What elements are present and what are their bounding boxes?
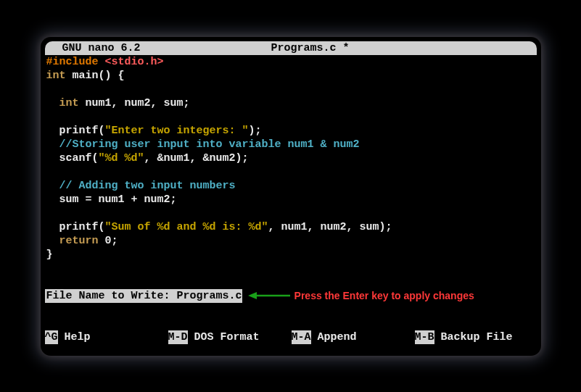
modified-indicator: * bbox=[343, 42, 350, 54]
shortcut-bar: ^G HelpM-D DOS FormatM-A AppendM-B Backu… bbox=[45, 303, 537, 351]
string-literal: "%d %d" bbox=[99, 152, 144, 164]
string-literal: "Sum of %d and %d is: %d" bbox=[105, 221, 268, 233]
shortcut-key-dos[interactable]: M-D bbox=[168, 330, 188, 344]
save-prompt-row: File Name to Write: Programs.c Press the… bbox=[45, 289, 537, 303]
shortcut-label: DOS Format bbox=[188, 331, 260, 343]
keyword-return: return bbox=[59, 235, 99, 247]
comment: // Adding two input numbers bbox=[59, 180, 236, 192]
shortcut-key-backup[interactable]: M-B bbox=[415, 330, 434, 344]
terminal-window: GNU nano 6.2 Programs.c * #include <stdi… bbox=[41, 37, 541, 356]
shortcut-label: Append bbox=[311, 331, 357, 343]
shortcut-key-append[interactable]: M-A bbox=[292, 330, 311, 344]
keyword-include: #include bbox=[46, 56, 99, 68]
nano-titlebar: GNU nano 6.2 Programs.c * bbox=[45, 41, 537, 55]
arrow-left-icon bbox=[248, 290, 290, 301]
shortcut-key-help[interactable]: ^G bbox=[45, 330, 58, 344]
shortcut-label: Backup File bbox=[434, 331, 513, 343]
comment: //Storing user input into variable num1 … bbox=[59, 138, 360, 151]
shortcut-row-1: ^G HelpM-D DOS FormatM-A AppendM-B Backu… bbox=[45, 330, 537, 344]
filename: Programs.c bbox=[271, 42, 337, 54]
editor-area[interactable]: #include <stdio.h> int main() { int num1… bbox=[45, 55, 537, 289]
svg-marker-1 bbox=[248, 292, 257, 299]
prompt-label: File Name to Write: bbox=[46, 290, 170, 302]
header-stdio: <stdio.h> bbox=[99, 56, 164, 68]
terminal-content: GNU nano 6.2 Programs.c * #include <stdi… bbox=[45, 41, 537, 351]
app-name: GNU nano 6.2 bbox=[49, 42, 141, 54]
shortcut-label: Help bbox=[58, 331, 91, 343]
string-literal: "Enter two integers: " bbox=[105, 125, 249, 137]
annotation-text: Press the Enter key to apply changes bbox=[294, 289, 474, 303]
prompt-value[interactable]: Programs.c bbox=[177, 290, 242, 302]
annotation-area: Press the Enter key to apply changes bbox=[242, 289, 537, 303]
filename-prompt[interactable]: File Name to Write: Programs.c bbox=[45, 289, 242, 303]
keyword-int: int bbox=[59, 97, 79, 109]
keyword-int: int bbox=[46, 70, 66, 82]
